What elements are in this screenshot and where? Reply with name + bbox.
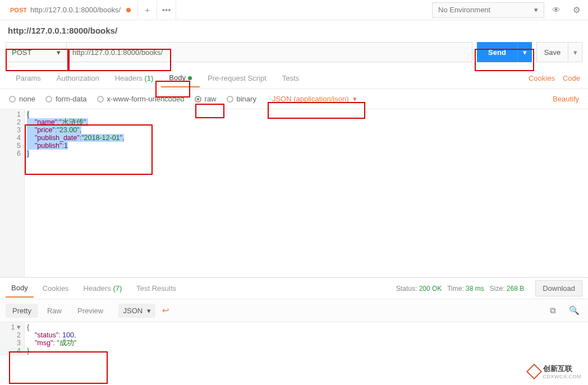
chevron-down-icon: ▾ bbox=[353, 95, 357, 103]
body-type-xwww[interactable]: x-www-form-urlencoded bbox=[97, 95, 185, 103]
green-dot-icon bbox=[188, 76, 192, 80]
method-label: POST bbox=[12, 48, 31, 57]
save-options-button[interactable]: ▾ bbox=[568, 42, 582, 62]
tab-options-button[interactable]: ••• bbox=[157, 1, 176, 19]
download-button[interactable]: Download bbox=[535, 280, 582, 296]
chevron-down-icon: ▾ bbox=[57, 48, 61, 57]
body-type-none[interactable]: none bbox=[9, 95, 35, 103]
response-body-editor: 1 ▾234 { "status": 100, "msg": "成功" } bbox=[0, 322, 588, 356]
response-gutter: 1 ▾234 bbox=[0, 322, 25, 356]
new-tab-button[interactable]: + bbox=[138, 1, 157, 19]
body-type-formdata[interactable]: form-data bbox=[45, 95, 87, 103]
view-raw[interactable]: Raw bbox=[40, 304, 68, 318]
body-type-raw[interactable]: raw bbox=[195, 95, 217, 103]
annotation-box bbox=[9, 351, 108, 384]
gear-icon[interactable]: ⚙ bbox=[568, 2, 585, 18]
tab-prerequest[interactable]: Pre-request Script bbox=[200, 69, 274, 87]
wrap-lines-icon[interactable]: ↩ bbox=[162, 305, 169, 316]
unsaved-dot-icon bbox=[126, 8, 131, 12]
cookies-link[interactable]: Cookies bbox=[529, 74, 555, 82]
environment-label: No Environment bbox=[438, 6, 490, 14]
tab-url-label: http://127.0.0.1:8000/books/ bbox=[30, 6, 121, 14]
response-meta: Status: 200 OK Time: 38 ms Size: 268 B bbox=[396, 285, 524, 293]
response-tab-tests[interactable]: Test Results bbox=[131, 280, 182, 297]
method-select[interactable]: POST ▾ bbox=[6, 42, 66, 62]
request-body-editor[interactable]: 123456 { "name":"水浒传", "price":"23.00", … bbox=[0, 109, 588, 277]
tab-body[interactable]: Body bbox=[161, 69, 200, 87]
code-link[interactable]: Code bbox=[563, 74, 580, 82]
response-tab-body[interactable]: Body bbox=[6, 279, 34, 298]
response-format-select[interactable]: JSON▾ bbox=[118, 304, 155, 318]
watermark-logo-icon bbox=[526, 364, 541, 379]
tab-tests[interactable]: Tests bbox=[274, 69, 307, 87]
response-tab-headers[interactable]: Headers (7) bbox=[78, 280, 128, 297]
send-button[interactable]: Send bbox=[477, 42, 517, 62]
send-options-button[interactable]: ▾ bbox=[517, 42, 532, 62]
view-preview[interactable]: Preview bbox=[71, 304, 110, 318]
chevron-down-icon: ▾ bbox=[147, 307, 151, 315]
content-type-select[interactable]: JSON (application/json)▾ bbox=[267, 92, 363, 105]
request-title: http://127.0.0.1:8000/books/ bbox=[0, 20, 588, 38]
search-icon[interactable]: 🔍 bbox=[566, 303, 582, 318]
url-input[interactable]: http://127.0.0.1:8000/books/ bbox=[66, 42, 472, 62]
tab-authorization[interactable]: Authorization bbox=[49, 69, 107, 87]
tab-headers[interactable]: Headers (1) bbox=[107, 69, 162, 87]
tab-method-label: POST bbox=[10, 7, 27, 13]
tab-params[interactable]: Params bbox=[8, 69, 49, 87]
eye-icon[interactable]: 👁 bbox=[548, 2, 564, 18]
copy-icon[interactable]: ⧉ bbox=[544, 303, 561, 318]
beautify-button[interactable]: Beautify bbox=[553, 95, 579, 103]
save-button[interactable]: Save bbox=[536, 42, 568, 62]
watermark: 创新互联 CDXWCX.COM bbox=[525, 361, 585, 382]
environment-select[interactable]: No Environment ▾ bbox=[432, 2, 544, 18]
view-pretty[interactable]: Pretty bbox=[6, 304, 38, 318]
request-tab[interactable]: POST http://127.0.0.1:8000/books/ bbox=[3, 1, 138, 19]
response-tab-cookies[interactable]: Cookies bbox=[37, 280, 75, 297]
chevron-down-icon: ▾ bbox=[534, 6, 538, 14]
body-type-binary[interactable]: binary bbox=[227, 95, 256, 103]
request-gutter: 123456 bbox=[0, 109, 25, 277]
